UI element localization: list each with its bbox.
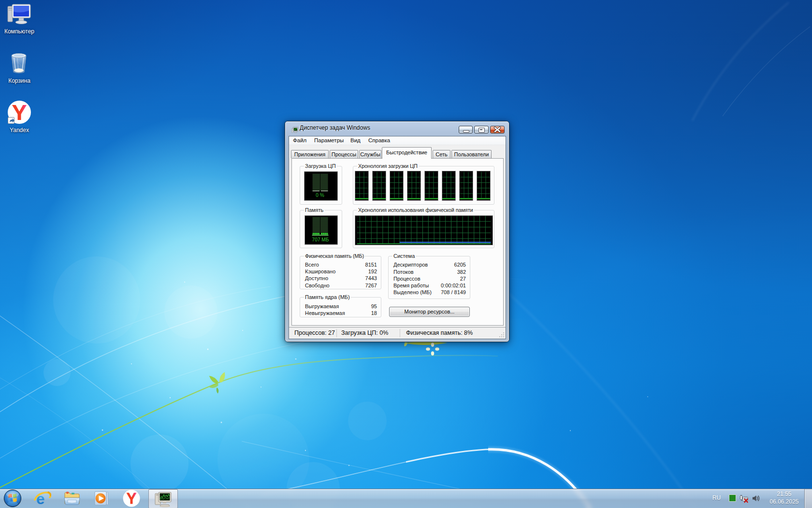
svg-text:707 МБ: 707 МБ [312,237,329,242]
svg-text:0 %: 0 % [316,193,324,198]
